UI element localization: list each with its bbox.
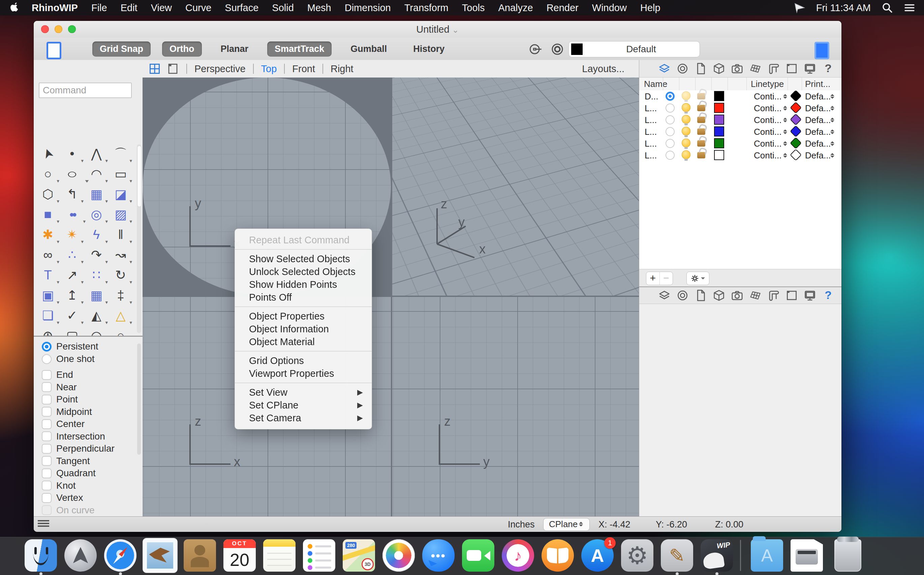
dock-finder-icon[interactable] bbox=[21, 539, 61, 575]
current-layer-radio[interactable] bbox=[665, 92, 675, 101]
print-stepper[interactable] bbox=[830, 116, 835, 124]
check-tool-icon[interactable]: ✓ bbox=[60, 305, 84, 326]
dock-contacts-icon[interactable] bbox=[180, 539, 220, 575]
copy-tool-icon[interactable]: ❏ bbox=[36, 305, 60, 326]
print-color-diamond[interactable] bbox=[790, 137, 802, 149]
selection-tool-icon[interactable]: ▢ bbox=[60, 326, 84, 337]
dock-calendar-icon[interactable]: OCT20 bbox=[220, 539, 259, 575]
context-menu-item[interactable]: Object Material bbox=[235, 335, 372, 348]
checkbox-control[interactable] bbox=[42, 419, 52, 429]
checkbox-control[interactable] bbox=[42, 481, 52, 491]
apple-menu-icon[interactable] bbox=[10, 2, 20, 13]
layer-print-width[interactable]: Defa... bbox=[805, 91, 831, 102]
arc-blend-tool-icon[interactable]: ↷ bbox=[84, 245, 108, 265]
layer-color-swatch[interactable] bbox=[714, 138, 724, 148]
display-mode-selector[interactable]: Default bbox=[568, 41, 700, 57]
dock-diskdoc-icon[interactable] bbox=[787, 539, 827, 575]
cplane-dropdown[interactable]: CPlane bbox=[543, 518, 590, 531]
area-tool-icon[interactable]: ⊕ bbox=[36, 326, 60, 337]
tool-palette-scrollbar[interactable] bbox=[137, 144, 141, 333]
circle-2-tool-icon[interactable]: ○ bbox=[108, 326, 133, 337]
layer-name[interactable]: L... bbox=[645, 127, 657, 137]
layer-color-swatch[interactable] bbox=[714, 150, 724, 160]
layers-panel-icon[interactable] bbox=[658, 62, 671, 75]
notification-center-icon[interactable] bbox=[904, 2, 915, 13]
osnap-checkbox-row[interactable]: Knot bbox=[42, 480, 76, 491]
layer-color-swatch[interactable] bbox=[714, 91, 724, 101]
scroll-panel-icon[interactable] bbox=[767, 289, 780, 302]
current-layer-radio[interactable] bbox=[665, 103, 675, 113]
extrude-tool-icon[interactable]: ↥ bbox=[60, 285, 84, 305]
radio-row[interactable]: Persistent bbox=[42, 341, 98, 352]
dock-photos-icon[interactable] bbox=[379, 539, 419, 575]
gumball-icon[interactable] bbox=[529, 43, 543, 56]
frame-panel-icon[interactable] bbox=[786, 289, 798, 302]
checkbox-control[interactable] bbox=[42, 456, 52, 466]
dock-mail-icon[interactable] bbox=[140, 539, 180, 575]
extend-tool-icon[interactable]: ↝ bbox=[108, 245, 133, 265]
viewport-right[interactable]: z y bbox=[392, 297, 639, 517]
arc-tool-icon[interactable]: ◠ bbox=[84, 164, 108, 184]
menubar-item[interactable]: File bbox=[91, 2, 107, 13]
layer-linetype[interactable]: Conti... bbox=[754, 103, 781, 114]
menubar-item[interactable]: Mesh bbox=[307, 2, 331, 13]
context-menu-item[interactable]: Set Camera▶ bbox=[235, 411, 372, 424]
menubar-item[interactable]: Transform bbox=[404, 2, 449, 13]
boolean-tool-icon[interactable]: ∞ bbox=[36, 245, 60, 265]
layer-print-width[interactable]: Defa... bbox=[805, 115, 831, 125]
box-tool-icon[interactable]: ■ bbox=[36, 204, 60, 224]
curve-tool-icon[interactable]: ⌒ bbox=[108, 144, 133, 164]
toggle-button[interactable]: Planar bbox=[213, 41, 256, 57]
rotate-tool-icon[interactable]: ↻ bbox=[108, 265, 133, 285]
frame-panel-icon[interactable] bbox=[786, 62, 798, 75]
grid-panel-icon[interactable] bbox=[749, 62, 762, 75]
print-color-diamond[interactable] bbox=[790, 102, 802, 114]
dock-rhino-icon[interactable]: WIP bbox=[697, 539, 737, 575]
layers-panel-icon[interactable] bbox=[658, 289, 671, 302]
primitives-tool-icon[interactable]: ◭ bbox=[84, 305, 108, 326]
osnap-checkbox-row[interactable]: Point bbox=[42, 394, 78, 405]
left-sidebar-toggle[interactable] bbox=[46, 42, 61, 59]
toggle-button[interactable]: History bbox=[406, 41, 452, 57]
dock-folder-icon[interactable]: A bbox=[747, 539, 787, 575]
surface-points-tool-icon[interactable]: ▦ bbox=[84, 184, 108, 204]
layer-name[interactable]: L... bbox=[645, 138, 657, 149]
print-color-diamond[interactable] bbox=[790, 90, 802, 102]
column-print[interactable]: Print... bbox=[805, 79, 830, 89]
print-stepper[interactable] bbox=[830, 140, 835, 148]
viewport-tab[interactable]: Front bbox=[292, 64, 315, 75]
toggle-button[interactable]: Gumball bbox=[343, 41, 394, 57]
surface-grid-tool-icon[interactable]: ▨ bbox=[108, 204, 133, 224]
osnap-checkbox-row[interactable]: Perpendicular bbox=[42, 443, 114, 454]
radio-control[interactable] bbox=[42, 354, 52, 364]
fillet-tool-icon[interactable]: ↰ bbox=[60, 184, 84, 204]
revolve-tool-icon[interactable]: ◎ bbox=[84, 204, 108, 224]
dock-itunes-icon[interactable]: ♪ bbox=[498, 539, 538, 575]
toggle-button[interactable]: Ortho bbox=[162, 41, 202, 57]
layer-linetype[interactable]: Conti... bbox=[754, 127, 781, 137]
column-linetype[interactable]: Linetype bbox=[751, 79, 784, 89]
menubar-item[interactable]: Surface bbox=[225, 2, 259, 13]
align-tool-icon[interactable]: ∷ bbox=[84, 265, 108, 285]
context-menu-item[interactable]: Object Information bbox=[235, 322, 372, 335]
dock-maps-icon[interactable]: 2803D bbox=[339, 539, 379, 575]
page-panel-icon[interactable] bbox=[694, 289, 707, 302]
layer-row[interactable]: L... Conti... Defa... bbox=[639, 126, 841, 138]
dock-safari-icon[interactable] bbox=[100, 539, 140, 575]
dock-reminders-icon[interactable] bbox=[299, 539, 339, 575]
dock-ibooks-icon[interactable] bbox=[538, 539, 578, 575]
menubar-item[interactable]: Analyze bbox=[498, 2, 533, 13]
radio-control[interactable] bbox=[42, 342, 52, 351]
osnap-checkbox-row[interactable]: On curve bbox=[42, 505, 95, 516]
context-menu-item[interactable]: Show Selected Objects bbox=[235, 253, 372, 265]
context-menu-item[interactable]: Grid Options bbox=[235, 354, 372, 367]
layer-row[interactable]: L... Conti... Defa... bbox=[639, 138, 841, 149]
layer-visibility-bulb-icon[interactable] bbox=[682, 103, 691, 112]
title-proxy-caret[interactable]: ⌄ bbox=[452, 25, 459, 34]
menubar-item[interactable]: Solid bbox=[272, 2, 294, 13]
layer-row[interactable]: L... Conti... Defa... bbox=[639, 149, 841, 161]
layer-linetype[interactable]: Conti... bbox=[754, 138, 781, 149]
split-tool-icon[interactable]: ‖ bbox=[108, 224, 133, 245]
record-history-icon[interactable] bbox=[551, 43, 564, 56]
spotlight-search-icon[interactable] bbox=[881, 2, 893, 13]
